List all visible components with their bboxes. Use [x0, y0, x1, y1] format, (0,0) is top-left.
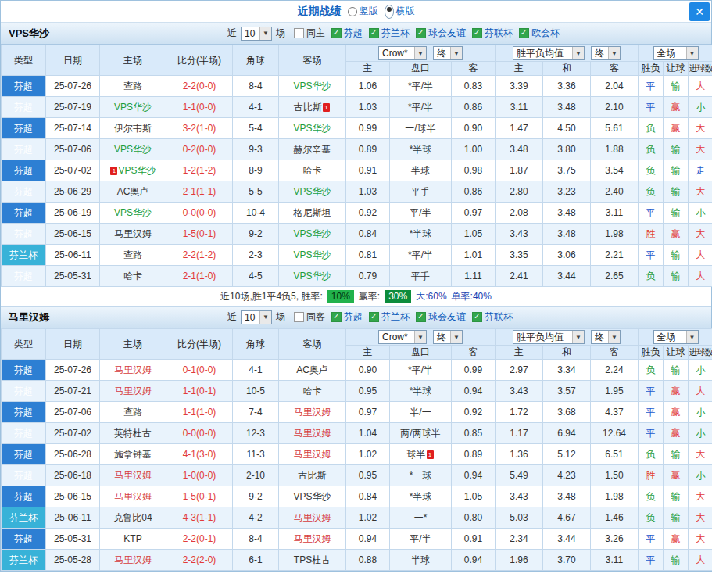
avg-draw-cell: 3.36	[543, 76, 591, 97]
avg-away-cell: 1.98	[591, 224, 639, 245]
home-team-cell: KTP	[100, 529, 166, 550]
filter-同客[interactable]: 同客	[294, 310, 325, 324]
away-odds-cell: 0.94	[452, 381, 496, 402]
col-handicap: 盘口	[390, 62, 452, 76]
league-type-cell: 芬兰杯	[2, 507, 46, 529]
checkbox-icon[interactable]	[294, 28, 304, 38]
filter-欧会杯[interactable]: 欧会杯	[519, 27, 560, 40]
handicap-result-cell: 赢	[664, 118, 689, 139]
avg-away-cell: 1.88	[591, 139, 639, 160]
home-team-cell: 马里汉姆	[100, 381, 166, 402]
checkbox-checked-icon[interactable]	[369, 312, 379, 322]
checkbox-checked-icon[interactable]	[369, 28, 379, 38]
filter-芬联杯[interactable]: 芬联杯	[472, 27, 513, 40]
score-cell: 2-2(0-1)	[166, 529, 233, 550]
home-team-cell: 英特杜古	[100, 423, 166, 444]
checkbox-checked-icon[interactable]	[472, 312, 482, 322]
avg-home-cell: 5.49	[496, 465, 543, 486]
avg-home-cell: 3.11	[496, 97, 543, 118]
goals-result-cell: 大	[689, 381, 712, 402]
away-odds-cell: 0.99	[452, 360, 496, 381]
league-type-cell: 芬超	[2, 97, 46, 118]
goals-result-cell: 大	[689, 139, 712, 160]
match-count-select[interactable]: 10 ▼	[241, 310, 272, 324]
team-label: VPS华沙	[114, 102, 152, 113]
league-filter-group: 同客芬超芬兰杯球会友谊芬联杯	[294, 310, 513, 324]
score-cell: 0-0(0-0)	[166, 203, 233, 224]
date-cell: 25-07-14	[46, 118, 100, 139]
goals-result-cell: 大	[689, 181, 712, 203]
match-count-select[interactable]: 10 ▼	[241, 27, 272, 41]
scope-select[interactable]: 全场▼	[653, 330, 699, 344]
checkbox-checked-icon[interactable]	[331, 312, 342, 322]
team-cell-content: VPS华沙	[293, 249, 331, 260]
handicap-cell: 两/两球半	[390, 423, 452, 444]
filter-芬兰杯[interactable]: 芬兰杯	[369, 27, 410, 40]
avg-away-cell: 6.51	[591, 444, 639, 465]
filter-芬超[interactable]: 芬超	[331, 310, 363, 324]
handicap-result-cell: 输	[664, 360, 689, 381]
home-odds-cell: 1.04	[346, 423, 390, 444]
chevron-down-icon: ▼	[450, 47, 462, 59]
home-team-cell: 马里汉姆	[100, 465, 166, 486]
final-avg-select[interactable]: 终▼	[591, 330, 621, 344]
final-avg-select[interactable]: 终▼	[591, 46, 621, 60]
chevron-down-icon: ▼	[686, 331, 698, 343]
goals-result-cell: 小	[689, 465, 712, 486]
team-name: 马里汉姆	[9, 310, 227, 324]
filter-同主[interactable]: 同主	[294, 27, 325, 40]
away-odds-cell: 1.01	[452, 245, 496, 266]
team-cell-content: 马里汉姆	[114, 364, 152, 375]
layout-radio-horizontal[interactable]: 横版	[385, 5, 415, 19]
checkbox-checked-icon[interactable]	[331, 28, 342, 38]
radio-selected-icon[interactable]	[385, 5, 394, 19]
radio-unselected-icon[interactable]	[348, 7, 357, 16]
date-cell: 25-05-31	[46, 529, 100, 550]
checkbox-checked-icon[interactable]	[416, 28, 426, 38]
checkbox-icon[interactable]	[294, 312, 304, 322]
checkbox-checked-icon[interactable]	[519, 28, 529, 38]
avg-select[interactable]: 胜平负均值▼	[513, 46, 585, 60]
away-odds-cell: 1.11	[452, 266, 496, 287]
score-cell: 1-5(0-1)	[166, 486, 233, 507]
avg-home-cell: 3.43	[496, 486, 543, 507]
layout-radio-vertical[interactable]: 竖版	[348, 5, 378, 18]
handicap-result-cell: 输	[664, 550, 689, 571]
date-cell: 25-07-02	[46, 160, 100, 181]
filter-label: 欧会杯	[531, 27, 560, 40]
filter-球会友谊[interactable]: 球会友谊	[416, 310, 466, 324]
avg-draw-cell: 3.48	[543, 224, 591, 245]
avg-select[interactable]: 胜平负均值▼	[513, 330, 585, 344]
corner-cell: 4-2	[233, 507, 279, 529]
checkbox-checked-icon[interactable]	[416, 312, 426, 322]
odds-company-select[interactable]: Crow*▼	[378, 330, 427, 344]
scope-select[interactable]: 全场▼	[653, 46, 699, 60]
filter-芬超[interactable]: 芬超	[331, 27, 363, 40]
score-cell: 2-2(2-0)	[166, 550, 233, 571]
date-cell: 25-05-31	[46, 266, 100, 287]
final-odds-select[interactable]: 终▼	[433, 330, 463, 344]
handicap-result-cell: 输	[664, 486, 689, 507]
home-team-cell: 查路	[100, 76, 166, 97]
away-team-cell: VPS华沙	[279, 266, 346, 287]
col-score: 比分(半场)	[166, 329, 233, 360]
result-cell: 负	[639, 486, 664, 507]
avg-draw-cell: 4.23	[543, 465, 591, 486]
away-team-cell: 马里汉姆	[279, 444, 346, 465]
col-result: 胜负	[639, 62, 664, 76]
filter-球会友谊[interactable]: 球会友谊	[416, 27, 466, 40]
handicap-cell: *平/半	[390, 360, 452, 381]
filter-芬兰杯[interactable]: 芬兰杯	[369, 310, 410, 324]
home-team-cell: 查路	[100, 245, 166, 266]
odds-company-select[interactable]: Crow*▼	[378, 46, 427, 60]
goals-result-cell: 小	[689, 402, 712, 423]
checkbox-checked-icon[interactable]	[472, 28, 482, 38]
filter-label: 同客	[306, 310, 325, 324]
avg-away-cell: 1.98	[591, 486, 639, 507]
filter-芬联杯[interactable]: 芬联杯	[472, 310, 513, 324]
close-button[interactable]: ✕	[689, 2, 710, 21]
team-label: VPS华沙	[293, 228, 331, 239]
final-odds-select[interactable]: 终▼	[433, 46, 463, 60]
corner-cell: 8-9	[233, 160, 279, 181]
home-odds-cell: 0.84	[346, 224, 390, 245]
